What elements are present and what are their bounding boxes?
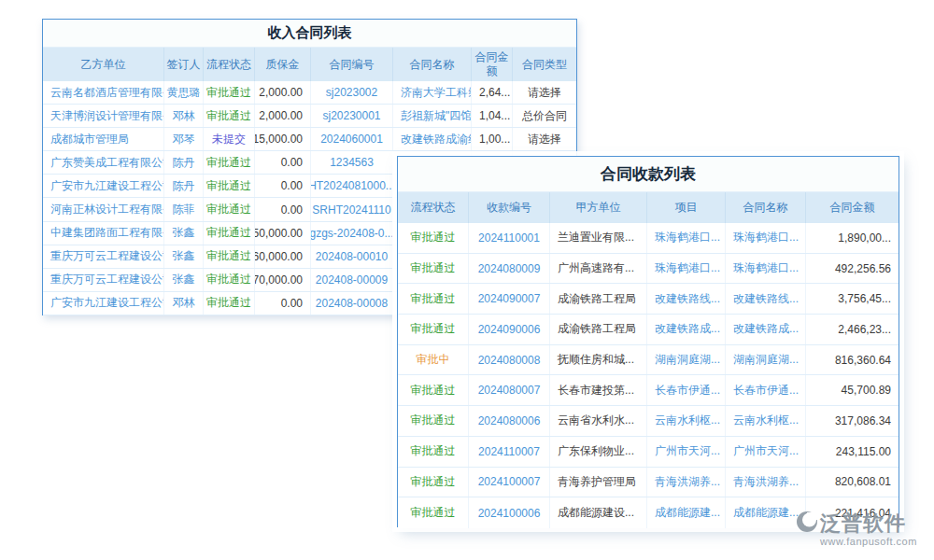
project-cell[interactable]: 改建铁路线... [647,284,726,314]
receipt-no-cell[interactable]: 2024100007 [469,468,550,497]
party-b-cell[interactable]: 云南名都酒店管理有限公司 [43,81,164,104]
receipt-table-row[interactable]: 审批通过 2024080007 长春市建投第... 长春市伊通... 长春市伊通… [398,375,899,406]
signer-cell[interactable]: 陈丹 [164,175,204,197]
signer-cell[interactable]: 邓林 [164,292,204,315]
project-cell[interactable]: 湖南洞庭湖... [647,345,726,375]
status-cell: 审批通过 [204,222,255,245]
deposit-cell: 0.00 [255,175,311,197]
signer-cell[interactable]: 张鑫 [164,222,204,245]
project-cell[interactable]: 长春市伊通... [647,375,726,405]
receipt-table-row[interactable]: 审批中 2024080008 抚顺住房和城... 湖南洞庭湖... 湖南洞庭湖.… [398,345,899,376]
status-cell: 未提交 [204,128,255,150]
col-receipt-no: 收款编号 [469,192,550,223]
deposit-cell: 0.00 [255,292,311,315]
receipt-no-cell[interactable]: 2024100006 [469,497,550,528]
project-cell[interactable]: 珠海鹤港口... [647,223,726,253]
contract-no-cell[interactable]: 202408-00008 [311,292,393,315]
receipt-no-cell[interactable]: 2024090006 [469,315,550,344]
contract-no-cell[interactable]: gzgs-202408-0... [311,222,393,245]
party-a-cell: 成都能源建设... [550,497,647,528]
contract-name-cell[interactable]: 成都能源建... [726,497,806,528]
status-cell: 审批通过 [204,81,255,104]
contract-name-cell[interactable]: 改建铁路成... [726,315,806,344]
signer-cell[interactable]: 邓琴 [164,128,204,150]
status-cell: 审批通过 [398,468,469,497]
receipt-table-row[interactable]: 审批通过 2024100007 青海养护管理局 青海洪湖养... 青海洪湖养..… [398,468,899,498]
col-party-a: 甲方单位 [550,192,647,223]
contract-no-cell[interactable]: 2024060001 [311,128,393,150]
receipt-table-row[interactable]: 审批通过 2024090007 成渝铁路工程局 改建铁路线... 改建铁路线..… [398,284,899,315]
contract-no-cell[interactable]: SRHT20241110 [311,198,393,220]
project-cell[interactable]: 成都能源建... [647,497,726,528]
status-cell: 审批通过 [398,223,469,253]
contract-no-cell[interactable]: 202408-00010 [311,245,393,268]
contract-name-cell[interactable]: 云南水利枢... [726,406,806,436]
party-b-cell[interactable]: 成都城市管理局 [43,128,164,150]
income-table-row[interactable]: 成都城市管理局 邓琴 未提交 15,000.00 2024060001 改建铁路… [43,128,576,151]
party-b-cell[interactable]: 广安市九江建设工程公司 [43,292,164,315]
receipt-no-cell[interactable]: 2024080007 [469,375,550,405]
contract-name-cell[interactable]: 彭祖新城"四馆"... [393,105,472,127]
contract-name-cell[interactable]: 珠海鹤港口... [726,254,806,284]
receipt-table-row[interactable]: 审批通过 2024110001 兰迪置业有限... 珠海鹤港口... 珠海鹤港口… [398,223,899,254]
receipt-table-title: 合同收款列表 [398,157,899,192]
contract-name-cell[interactable]: 改建铁路成渝线... [393,128,472,150]
deposit-cell: 0.00 [255,198,311,220]
contract-name-cell[interactable]: 珠海鹤港口... [726,223,806,253]
receipt-no-cell[interactable]: 2024080008 [469,345,550,375]
receipt-table-row[interactable]: 审批通过 2024080009 广州高速路有... 珠海鹤港口... 珠海鹤港口… [398,254,899,285]
contract-type-cell[interactable]: 总价合同 [513,105,576,127]
receipt-table-row[interactable]: 审批通过 2024110007 广东保利物业... 广州市天河... 广州市天河… [398,437,899,468]
income-table-row[interactable]: 天津博润设计管理有限公司 邓林 审批通过 2,000.00 sj20230001… [43,105,576,128]
receipt-no-cell[interactable]: 2024080009 [469,254,550,284]
contract-type-cell[interactable]: 请选择 [513,81,576,104]
party-b-cell[interactable]: 中建集团路面工程有限公司 [43,222,164,245]
contract-name-cell[interactable]: 长春市伊通... [726,375,806,405]
party-a-cell: 长春市建投第... [550,375,647,405]
contract-no-cell[interactable]: 202408-00009 [311,269,393,291]
contract-no-cell[interactable]: sj2023002 [311,81,393,104]
income-table-title: 收入合同列表 [43,20,576,48]
signer-cell[interactable]: 黄思璐 [164,81,204,104]
signer-cell[interactable]: 张鑫 [164,269,204,291]
status-cell: 审批通过 [398,315,469,344]
signer-cell[interactable]: 陈丹 [164,151,204,174]
project-cell[interactable]: 珠海鹤港口... [647,254,726,284]
amount-cell: 492,256.56 [806,254,899,284]
party-b-cell[interactable]: 广安市九江建设工程公司 [43,175,164,197]
project-cell[interactable]: 青海洪湖养... [647,468,726,497]
project-cell[interactable]: 云南水利枢... [647,406,726,436]
party-b-cell[interactable]: 河南正林设计工程有限公司 [43,198,164,220]
receipt-no-cell[interactable]: 2024090007 [469,284,550,314]
status-cell: 审批通过 [398,375,469,405]
brand-logo-icon [796,511,818,537]
contract-name-cell[interactable]: 改建铁路线... [726,284,806,314]
party-b-cell[interactable]: 重庆万可云工程建设公司 [43,245,164,268]
receipt-table-row[interactable]: 审批通过 2024080006 云南省水利水... 云南水利枢... 云南水利枢… [398,406,899,437]
receipt-table-body: 审批通过 2024110001 兰迪置业有限... 珠海鹤港口... 珠海鹤港口… [398,223,899,528]
contract-name-cell[interactable]: 济南大学工科综... [393,81,472,104]
party-a-cell: 青海养护管理局 [550,468,647,497]
income-table-row[interactable]: 云南名都酒店管理有限公司 黄思璐 审批通过 2,000.00 sj2023002… [43,81,576,105]
signer-cell[interactable]: 邓林 [164,105,204,127]
party-b-cell[interactable]: 广东赞美成工程有限公司 [43,151,164,174]
amount-cell: 317,086.34 [806,406,899,436]
receipt-no-cell[interactable]: 2024110007 [469,437,550,467]
receipt-no-cell[interactable]: 2024080006 [469,406,550,436]
project-cell[interactable]: 改建铁路成... [647,315,726,344]
party-b-cell[interactable]: 天津博润设计管理有限公司 [43,105,164,127]
contract-name-cell[interactable]: 湖南洞庭湖... [726,345,806,375]
signer-cell[interactable]: 张鑫 [164,245,204,268]
contract-name-cell[interactable]: 青海洪湖养... [726,468,806,497]
project-cell[interactable]: 广州市天河... [647,437,726,467]
contract-no-cell[interactable]: sj20230001 [311,105,393,127]
contract-no-cell[interactable]: 1234563 [311,151,393,174]
contract-no-cell[interactable]: HT2024081000... [311,175,393,197]
contract-name-cell[interactable]: 广州市天河... [726,437,806,467]
signer-cell[interactable]: 陈菲 [164,198,204,220]
contract-type-cell[interactable]: 请选择 [513,128,576,150]
receipt-no-cell[interactable]: 2024110001 [469,223,550,253]
brand-watermark: 泛普软件 www.fanpusoft.com [796,510,932,547]
receipt-table-row[interactable]: 审批通过 2024090006 成渝铁路工程局 改建铁路成... 改建铁路成..… [398,315,899,345]
party-b-cell[interactable]: 重庆万可云工程建设公司 [43,269,164,291]
